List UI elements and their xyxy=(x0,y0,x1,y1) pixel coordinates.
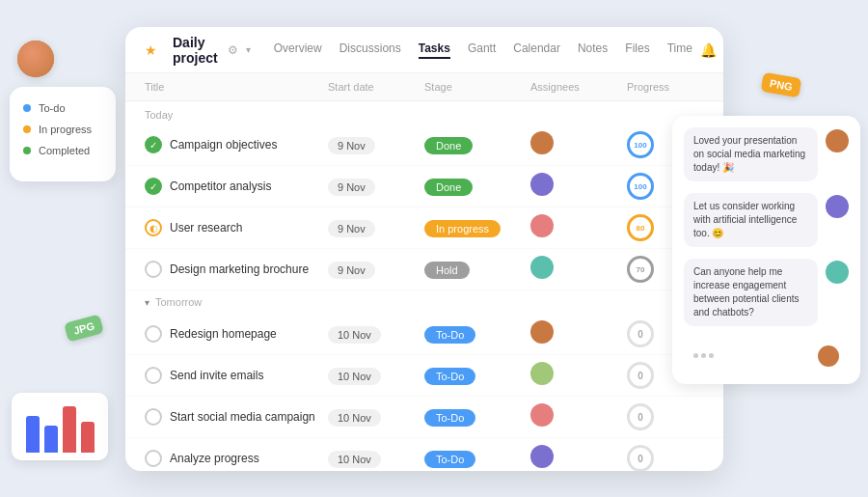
nav-discussions[interactable]: Discussions xyxy=(339,41,401,59)
task-row[interactable]: ◐ User research 9 Nov In progress 80 xyxy=(125,207,723,249)
task-title: User research xyxy=(170,221,242,235)
completed-dot xyxy=(23,147,31,154)
task-row[interactable]: Start social media campaign 10 Nov To-Do… xyxy=(125,397,723,438)
task-title-cell: ✓ Competitor analysis xyxy=(145,178,328,195)
task-date: 10 Nov xyxy=(328,325,424,344)
inprogress-label: In progress xyxy=(39,124,92,135)
legend-todo: To-do xyxy=(23,102,102,114)
task-assignees xyxy=(530,362,627,389)
task-stage: To-Do xyxy=(424,325,530,344)
task-date: 10 Nov xyxy=(328,367,424,385)
task-title: Start social media campaign xyxy=(170,410,315,424)
user-avatar xyxy=(17,41,54,77)
chevron-icon[interactable]: ▾ xyxy=(145,297,149,308)
task-title-cell: Redesign homepage xyxy=(145,325,328,343)
header: ★ Daily project ⚙ ▾ Overview Discussions… xyxy=(125,27,723,73)
task-stage: In progress xyxy=(424,219,530,237)
progress-indicator: 0 xyxy=(627,320,654,347)
table-header: Title Start date Stage Assignees Progres… xyxy=(125,73,723,101)
task-title: Campaign objectives xyxy=(170,138,277,152)
task-row[interactable]: Redesign homepage 10 Nov To-Do 0 xyxy=(125,314,723,355)
task-date: 10 Nov xyxy=(328,450,424,468)
progress-indicator: 100 xyxy=(627,131,654,158)
completed-label: Completed xyxy=(39,145,90,156)
progress-indicator: 100 xyxy=(627,173,654,200)
header-right: 🔔 xyxy=(700,38,723,63)
chat-avatar xyxy=(826,195,849,218)
col-progress: Progress xyxy=(627,81,704,93)
legend-card: To-do In progress Completed xyxy=(10,87,116,181)
nav-overview[interactable]: Overview xyxy=(274,41,322,59)
task-title-cell: ◐ User research xyxy=(145,219,328,236)
inprogress-dot xyxy=(23,125,31,133)
check-empty-icon xyxy=(145,408,162,426)
task-title-cell: Design marketing brochure xyxy=(145,261,328,278)
gear-icon[interactable]: ⚙ xyxy=(228,43,238,57)
task-row[interactable]: ✓ Competitor analysis 9 Nov Done 100 xyxy=(125,166,723,207)
check-done-icon: ✓ xyxy=(145,136,162,153)
typing-dot xyxy=(701,353,706,358)
task-stage: To-Do xyxy=(424,450,530,468)
task-row[interactable]: Analyze progress 10 Nov To-Do 0 xyxy=(125,438,723,471)
progress-indicator: 70 xyxy=(627,256,654,283)
chat-avatar-typing xyxy=(818,345,839,367)
todo-label: To-do xyxy=(39,102,66,114)
chat-panel: Loved your presentation on social media … xyxy=(672,116,860,384)
task-title-cell: Send invite emails xyxy=(145,367,328,384)
star-icon[interactable]: ★ xyxy=(145,42,157,58)
nav-links: Overview Discussions Tasks Gantt Calenda… xyxy=(274,41,692,59)
check-empty-icon xyxy=(145,450,162,467)
chat-bubble: Loved your presentation on social media … xyxy=(684,127,818,181)
jpg-tag: JPG xyxy=(64,314,104,342)
chat-message-3: Can anyone help me increase engagement b… xyxy=(684,259,849,326)
task-assignees xyxy=(530,320,627,347)
chat-message-1: Loved your presentation on social media … xyxy=(684,127,849,181)
nav-files[interactable]: Files xyxy=(625,41,649,59)
bar-chart xyxy=(12,393,108,460)
task-assignees xyxy=(530,214,627,241)
section-label: Tomorrow xyxy=(155,296,202,308)
check-done-icon: ✓ xyxy=(145,178,162,195)
check-progress-icon: ◐ xyxy=(145,219,162,236)
nav-tasks[interactable]: Tasks xyxy=(419,41,450,59)
task-assignees xyxy=(530,403,627,430)
nav-calendar[interactable]: Calendar xyxy=(513,41,560,59)
nav-time[interactable]: Time xyxy=(667,41,692,59)
main-card: ★ Daily project ⚙ ▾ Overview Discussions… xyxy=(125,27,723,471)
task-stage: Done xyxy=(424,178,530,196)
section-today: Today xyxy=(125,101,723,124)
task-title-cell: Analyze progress xyxy=(145,450,328,467)
task-date: 9 Nov xyxy=(328,261,424,279)
check-empty-icon xyxy=(145,325,162,343)
legend-inprogress: In progress xyxy=(23,124,102,135)
col-title: Title xyxy=(145,81,328,93)
chat-bubble: Can anyone help me increase engagement b… xyxy=(684,259,818,326)
png-tag: PNG xyxy=(761,72,802,98)
typing-dot xyxy=(709,353,714,358)
task-date: 9 Nov xyxy=(328,136,424,154)
col-stage: Stage xyxy=(424,81,530,93)
chart-bar xyxy=(44,426,58,453)
bell-icon[interactable]: 🔔 xyxy=(700,42,717,58)
task-title: Design marketing brochure xyxy=(170,262,309,276)
task-row[interactable]: ✓ Campaign objectives 9 Nov Done 100 xyxy=(125,124,723,166)
task-date: 9 Nov xyxy=(328,178,424,196)
typing-dot xyxy=(693,353,698,358)
task-assignees xyxy=(530,445,627,471)
task-row[interactable]: Design marketing brochure 9 Nov Hold 70 xyxy=(125,249,723,290)
nav-gantt[interactable]: Gantt xyxy=(468,41,496,59)
chat-typing-indicator xyxy=(684,338,849,373)
check-empty-icon xyxy=(145,261,162,278)
task-stage: To-Do xyxy=(424,408,530,427)
task-title: Redesign homepage xyxy=(170,327,277,341)
task-assignees xyxy=(530,131,627,158)
chevron-icon: ▾ xyxy=(246,44,251,55)
chat-message-2: Let us consider working with artificial … xyxy=(684,193,849,247)
task-assignees xyxy=(530,256,627,283)
todo-dot xyxy=(23,104,31,112)
progress-indicator: 0 xyxy=(627,403,654,430)
nav-notes[interactable]: Notes xyxy=(578,41,608,59)
task-date: 10 Nov xyxy=(328,408,424,427)
task-stage: Done xyxy=(424,136,530,154)
task-row[interactable]: Send invite emails 10 Nov To-Do 0 xyxy=(125,355,723,397)
